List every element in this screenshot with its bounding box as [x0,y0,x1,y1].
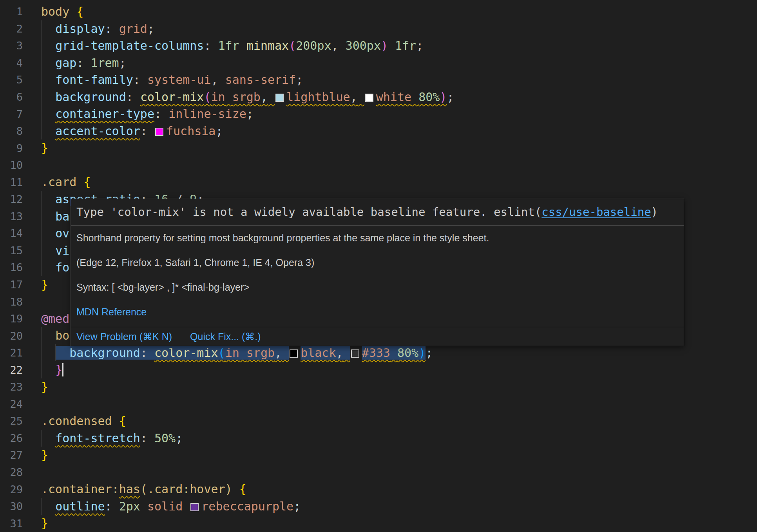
code-token: , [336,346,343,360]
code-line[interactable]: 25.condensed { [0,413,757,430]
line-number: 3 [0,40,23,52]
diagnostic-rule-link[interactable]: css/use-baseline [541,205,651,219]
line-number: 30 [0,500,23,512]
code-token: grid-template-columns [55,39,204,52]
hover-actions-bar: View Problem (⌘K N) Quick Fix... (⌘.) [71,327,684,346]
code-line-text: container-type: inline-size; [41,105,254,123]
code-line-text: display: grid; [41,20,154,38]
color-swatch[interactable] [351,349,359,358]
code-token: color-mix [154,346,218,360]
code-line-text: } [41,361,63,378]
mdn-reference-link[interactable]: MDN Reference [76,306,678,318]
code-line[interactable]: 24 [0,396,757,413]
color-swatch[interactable] [275,94,284,102]
code-token [41,107,55,121]
code-token: .container: [41,482,119,496]
code-token: 1rem [91,56,119,70]
code-token [411,90,418,104]
line-number: 6 [0,91,23,103]
code-line[interactable]: 28 [0,464,757,481]
code-token: 200px [296,39,331,52]
code-line-text: ba [41,208,69,225]
code-line[interactable]: 3 grid-template-columns: 1fr minmax(200p… [0,37,757,54]
code-line[interactable]: 7 container-type: inline-size; [0,105,757,123]
code-token: { [119,414,126,428]
code-line[interactable]: 29.container:has(.card:hover) { [0,481,757,498]
code-token [282,346,289,360]
line-number: 25 [0,415,23,427]
code-token: } [41,141,48,155]
code-line-text: accent-color: fuchsia; [41,123,223,140]
code-token: 300px [346,39,381,52]
code-line[interactable]: 6 background: color-mix(in srgb, lightbl… [0,89,757,106]
code-token: ) [381,39,388,52]
code-token [225,90,232,104]
color-swatch[interactable] [190,503,199,511]
line-number: 22 [0,364,23,376]
code-token: white [376,90,411,104]
code-line[interactable]: 27} [0,447,757,464]
code-token: vi [55,244,69,257]
code-line[interactable]: 30 outline: 2px solid rebeccapurple; [0,498,757,515]
code-line[interactable]: 10 [0,157,757,174]
line-number: 12 [0,193,23,205]
indent-guide [41,208,42,225]
code-line-text: outline: 2px solid rebeccapurple; [41,498,301,515]
code-line[interactable]: 9} [0,139,757,157]
view-problem-link[interactable]: View Problem (⌘K N) [76,331,172,342]
color-swatch[interactable] [155,128,163,136]
code-line[interactable]: 2 display: grid; [0,20,757,38]
code-line[interactable]: 5 font-family: system-ui, sans-serif; [0,71,757,89]
code-token [147,431,154,445]
code-token: : [140,124,147,138]
line-number: 2 [0,23,23,35]
indent-guide [41,225,42,242]
line-number: 31 [0,518,23,530]
code-line[interactable]: 23} [0,378,757,396]
code-token [41,226,55,240]
code-token [112,22,119,36]
code-line[interactable]: 11.card { [0,174,757,191]
code-token: fo [55,261,69,274]
color-swatch[interactable] [365,94,373,102]
code-token [388,39,395,52]
line-number: 7 [0,108,23,120]
code-token: ba [55,210,69,223]
quick-fix-link[interactable]: Quick Fix... (⌘.) [190,331,261,342]
code-token: background [55,90,126,104]
line-number: 16 [0,261,23,273]
code-line[interactable]: 26 font-stretch: 50%; [0,430,757,447]
code-token: body [41,5,69,18]
code-line[interactable]: 21 background: color-mix(in srgb, black,… [0,344,757,362]
code-line[interactable]: 4 gap: 1rem; [0,54,757,72]
code-token: gap [55,56,76,70]
line-number: 19 [0,313,23,325]
diagnostic-source-close: ) [651,205,658,219]
code-line-text: vi [41,242,69,259]
code-token [41,431,55,445]
code-token: inline-size [168,107,246,121]
line-number: 26 [0,432,23,444]
code-token [41,244,55,257]
line-number: 27 [0,449,23,461]
code-token [133,90,140,104]
code-token [268,90,275,104]
code-token: in [211,90,225,104]
code-token: { [76,5,83,18]
code-line[interactable]: 31} [0,515,757,532]
code-token: , [211,73,218,87]
code-token [140,499,147,513]
color-swatch[interactable] [290,349,298,358]
code-line[interactable]: 1body { [0,3,757,20]
syntax-line: Syntax: [ <bg-layer> , ]* <final-bg-laye… [76,281,678,293]
line-number: 4 [0,57,23,69]
line-number: 29 [0,483,23,496]
indent-guide [41,105,42,123]
code-line-text: } [41,378,48,396]
code-token: ; [176,431,183,445]
code-line[interactable]: 22 } [0,361,757,378]
code-token: } [41,380,48,394]
code-line[interactable]: 8 accent-color: fuchsia; [0,123,757,140]
code-token: font-stretch [55,431,140,445]
property-description: Shorthand property for setting most back… [76,232,678,244]
